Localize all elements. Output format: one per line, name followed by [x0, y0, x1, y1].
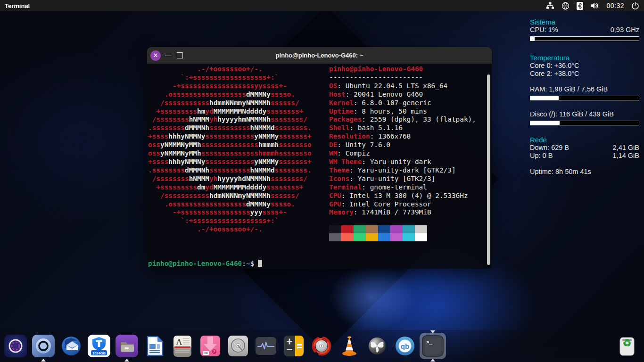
terminal-scrollbar[interactable] [487, 74, 490, 265]
dock-item-butterfly-app[interactable] [366, 335, 388, 357]
disks-utility-icon [227, 335, 249, 357]
files-folder-icon [116, 335, 138, 357]
active-app-title: Terminal [5, 2, 30, 9]
conky-temp-header: Temperatura [530, 54, 639, 62]
running-indicator [41, 359, 46, 362]
calculator-icon [282, 335, 305, 357]
dock-item-vlc[interactable] [338, 335, 361, 357]
disk-usage-bar [530, 121, 639, 125]
conky-cpu-freq: 0,93 GHz [611, 26, 639, 34]
top-panel: Terminal 00:32 [0, 0, 644, 11]
terminal-titlebar[interactable]: ✕ — pinho@pinho-Lenovo-G460: ~ [147, 47, 492, 64]
terminal-icon: >_ [421, 335, 444, 357]
dock-item-chromium[interactable] [32, 335, 55, 357]
thunderbird-icon [60, 335, 83, 357]
dock-item-brasero[interactable] [310, 335, 333, 357]
system-monitor-icon [255, 335, 277, 357]
conky-up-total: 1,14 GiB [613, 152, 639, 160]
network-wired-icon[interactable] [546, 2, 554, 9]
bluetooth-icon[interactable] [577, 2, 583, 10]
conky-cpu-label: CPU: 1% [530, 26, 558, 34]
conky-down-label: Down: 629 B [530, 144, 569, 152]
clock[interactable]: 00:32 [606, 2, 624, 9]
dock-item-qbittorrent[interactable]: qb [394, 335, 416, 357]
wallpaper-glow-bright [330, 264, 415, 330]
dock-item-calculator[interactable] [282, 335, 305, 357]
conky-system-monitor: Sistema CPU: 1% 0,93 GHz Temperatura Cor… [530, 18, 639, 176]
vlc-icon [338, 335, 361, 357]
libreoffice-writer-icon [143, 335, 166, 357]
color-palette [329, 225, 427, 241]
globe-icon[interactable] [561, 2, 570, 10]
dock-item-trash[interactable]: ♻ [616, 335, 638, 357]
text-cursor [258, 260, 262, 267]
qbittorrent-icon: qb [394, 335, 416, 357]
neofetch-ascii: .-/+oossssoo+/-. `:+ssssssssssssssssss+:… [148, 65, 312, 234]
power-icon[interactable] [631, 2, 639, 10]
dock-item-ubuntu-launcher[interactable] [4, 335, 27, 357]
text-editor-icon: A [171, 335, 194, 357]
system-tray: 00:32 [546, 2, 644, 10]
dock-item-system-monitor[interactable] [255, 335, 277, 357]
terminal-glyph: >_ [426, 339, 433, 345]
brasero-burner-icon [310, 335, 333, 357]
conky-ram-label: RAM: 1,98 GiB / 7,56 GiB [530, 85, 639, 93]
maximize-button[interactable] [177, 52, 183, 58]
conky-sistema-header: Sistema [530, 18, 639, 26]
running-indicator [124, 359, 129, 362]
ram-usage-bar [530, 96, 639, 100]
neofetch-info: pinho@pinho-Lenovo-G460 ----------------… [329, 65, 476, 217]
conky-down-total: 2,41 GiB [613, 144, 639, 152]
focused-indicator [430, 330, 435, 333]
conky-core0-temp: Core 0: +36.0°C [530, 62, 639, 70]
dock-item-thunderbird[interactable] [60, 335, 83, 357]
dock-item-writer[interactable] [143, 335, 166, 357]
prompt-path: ~ [246, 260, 250, 267]
gdebi-installer-icon [199, 335, 222, 357]
dock-item-gdebi[interactable] [199, 335, 222, 357]
running-indicator [430, 359, 435, 362]
shell-prompt: pinho@pinho-Lenovo-G460:~$ [148, 260, 262, 268]
chromium-icon [32, 335, 55, 357]
butterfly-sphere-icon [366, 335, 388, 357]
dock-item-files[interactable] [116, 335, 138, 357]
svg-text:A: A [176, 337, 182, 347]
terabox-capacity-label: 1024GB [92, 351, 106, 355]
conky-uptime: Uptime: 8h 50m 41s [530, 168, 639, 176]
cpu-usage-bar [530, 36, 639, 41]
ubuntu-logo-icon [4, 335, 27, 357]
conky-core2-temp: Core 2: +38.0°C [530, 70, 639, 78]
conky-disk-label: Disco (/): 116 GiB / 439 GiB [530, 110, 639, 118]
dock-item-disks[interactable] [227, 335, 249, 357]
recycle-symbol: ♻ [616, 337, 638, 349]
terabox-icon: 1024GB [88, 335, 110, 357]
close-button[interactable]: ✕ [150, 50, 161, 61]
dock-item-text-editor[interactable]: A [171, 335, 194, 357]
conky-up-label: Up: 0 B [530, 152, 553, 160]
volume-icon[interactable] [590, 2, 599, 9]
dock-item-terabox[interactable]: 1024GB [88, 335, 110, 357]
qbittorrent-label: qb [401, 342, 409, 350]
dock-item-terminal[interactable]: >_ [421, 335, 444, 357]
minimize-button[interactable]: — [165, 52, 172, 59]
prompt-user: pinho@pinho-Lenovo-G460 [148, 260, 242, 267]
terminal-window: ✕ — pinho@pinho-Lenovo-G460: ~ .-/+oosss… [147, 47, 492, 269]
conky-rede-header: Rede [530, 136, 639, 144]
terminal-content[interactable]: .-/+oossssoo+/-. `:+ssssssssssssssssss+:… [147, 64, 492, 269]
launcher-dock: 1024GB A [0, 330, 644, 362]
terminal-title: pinho@pinho-Lenovo-G460: ~ [147, 52, 492, 59]
